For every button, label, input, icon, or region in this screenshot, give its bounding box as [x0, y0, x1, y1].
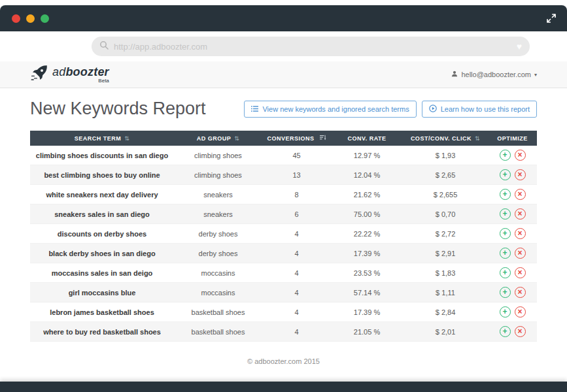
fullscreen-icon[interactable]	[546, 13, 557, 26]
main-content: New Keywords Report View new keywords an…	[0, 99, 567, 365]
user-icon	[451, 71, 458, 78]
cell-conv-rate: 75.00 %	[331, 204, 403, 224]
cell-search-term: sneakers sales in san diego	[30, 204, 174, 224]
close-window-button[interactable]	[12, 14, 20, 23]
cell-cost-conv-click: $ 2,84	[403, 302, 488, 322]
table-row: black derby shoes in san diegoderby shoe…	[30, 244, 537, 263]
table-row: discounts on derby shoesderby shoes422.2…	[30, 224, 537, 244]
col-cost-conv-click[interactable]: COST/CONV. CLICK⇅	[403, 131, 488, 146]
cell-cost-conv-click: $ 1,83	[403, 263, 488, 283]
adboozter-logo[interactable]: adboozter Beta	[30, 64, 109, 85]
sort-icon[interactable]: ⇅	[475, 135, 480, 142]
column-label: CONV. RATE	[347, 135, 386, 142]
table-row: best climbing shoes to buy onlineclimbin…	[30, 165, 537, 185]
cell-cost-conv-click: $ 1,11	[403, 283, 488, 302]
table-row: where to buy red basketball shoesbasketb…	[30, 322, 537, 342]
cell-search-term: black derby shoes in san diego	[30, 244, 174, 263]
cell-conv-rate: 23.53 %	[331, 263, 403, 283]
address-bar[interactable]: http://app.adboozter.com ♥	[92, 37, 530, 56]
cell-conversions: 4	[262, 244, 331, 263]
add-keyword-icon[interactable]: +	[500, 287, 511, 298]
view-new-keywords-label: View new keywords and ignored search ter…	[262, 105, 409, 113]
logo-suffix: boozter	[65, 65, 109, 78]
ignore-keyword-icon[interactable]: ×	[515, 169, 526, 180]
cell-conversions: 6	[262, 204, 331, 224]
cell-optimize: +×	[488, 165, 537, 185]
ignore-keyword-icon[interactable]: ×	[515, 150, 526, 161]
search-icon	[99, 41, 109, 52]
cell-optimize: +×	[488, 204, 537, 224]
ignore-keyword-icon[interactable]: ×	[515, 306, 526, 318]
cell-conv-rate: 17.39 %	[331, 302, 403, 322]
list-icon	[251, 105, 258, 113]
cell-conversions: 4	[262, 283, 331, 302]
add-keyword-icon[interactable]: +	[500, 267, 511, 278]
add-keyword-icon[interactable]: +	[500, 228, 511, 239]
cell-optimize: +×	[488, 302, 537, 322]
cell-ad-group: sneakers	[174, 204, 262, 224]
cell-conv-rate: 57.14 %	[331, 283, 403, 302]
add-keyword-icon[interactable]: +	[500, 169, 511, 180]
table-header-row: SEARCH TERM⇅ AD GROUP⇅ CONVERSIONS	[30, 131, 537, 146]
keywords-table: SEARCH TERM⇅ AD GROUP⇅ CONVERSIONS	[30, 131, 537, 342]
col-ad-group[interactable]: AD GROUP⇅	[174, 131, 262, 146]
logo-prefix: ad	[52, 65, 65, 78]
cell-ad-group: basketball shoes	[174, 302, 262, 322]
col-search-term[interactable]: SEARCH TERM⇅	[30, 131, 174, 146]
cell-cost-conv-click: $ 1,93	[403, 146, 488, 165]
add-keyword-icon[interactable]: +	[500, 189, 511, 200]
ignore-keyword-icon[interactable]: ×	[515, 228, 526, 239]
ignore-keyword-icon[interactable]: ×	[515, 248, 526, 259]
cell-search-term: lebron james basketball shoes	[30, 302, 174, 322]
heart-icon[interactable]: ♥	[517, 42, 522, 51]
cell-conv-rate: 22.22 %	[331, 224, 403, 244]
cell-optimize: +×	[488, 244, 537, 263]
cell-conversions: 8	[262, 185, 331, 204]
learn-report-button[interactable]: Learn how to use this report	[422, 101, 537, 118]
cell-optimize: +×	[488, 185, 537, 204]
cell-conv-rate: 17.39 %	[331, 244, 403, 263]
cell-cost-conv-click: $ 2,91	[403, 244, 488, 263]
sort-amount-icon[interactable]	[318, 135, 326, 142]
view-new-keywords-button[interactable]: View new keywords and ignored search ter…	[244, 101, 416, 118]
add-keyword-icon[interactable]: +	[500, 208, 511, 220]
add-keyword-icon[interactable]: +	[500, 306, 511, 318]
account-menu[interactable]: hello@adboozter.com ▾	[451, 71, 537, 78]
cell-search-term: discounts on derby shoes	[30, 224, 174, 244]
footer-copyright: © adboozter.com 2015	[30, 357, 537, 365]
add-keyword-icon[interactable]: +	[500, 326, 511, 337]
ignore-keyword-icon[interactable]: ×	[515, 267, 526, 278]
zoom-window-button[interactable]	[41, 14, 49, 23]
add-keyword-icon[interactable]: +	[500, 150, 511, 161]
url-text: http://app.adboozter.com	[114, 42, 207, 52]
cell-search-term: best climbing shoes to buy online	[30, 165, 174, 185]
cell-cost-conv-click: $ 2,65	[403, 165, 488, 185]
col-conversions[interactable]: CONVERSIONS	[262, 131, 331, 146]
add-keyword-icon[interactable]: +	[500, 248, 511, 259]
cell-conversions: 4	[262, 302, 331, 322]
cell-cost-conv-click: $ 0,70	[403, 204, 488, 224]
screenshot-stage: http://app.adboozter.com ♥ adbooz	[0, 0, 567, 392]
play-circle-icon	[429, 105, 437, 114]
ignore-keyword-icon[interactable]: ×	[515, 189, 526, 200]
table-row: white sneakers next day deliverysneakers…	[30, 185, 537, 204]
cell-search-term: girl moccasins blue	[30, 283, 174, 302]
account-email: hello@adboozter.com	[461, 71, 531, 78]
column-label: AD GROUP	[197, 135, 232, 142]
bottom-backdrop	[0, 382, 567, 392]
ignore-keyword-icon[interactable]: ×	[515, 326, 526, 337]
table-row: girl moccasins bluemoccasins457.14 %$ 1,…	[30, 283, 537, 302]
cell-ad-group: moccasins	[174, 283, 262, 302]
col-conv-rate: CONV. RATE	[331, 131, 403, 146]
minimize-window-button[interactable]	[26, 14, 35, 23]
sort-icon[interactable]: ⇅	[124, 135, 129, 142]
table-row: sneakers sales in san diegosneakers675.0…	[30, 204, 537, 224]
column-label: SEARCH TERM	[75, 135, 122, 142]
rocket-icon	[30, 64, 48, 85]
cell-ad-group: climbing shoes	[174, 165, 262, 185]
page-actions: View new keywords and ignored search ter…	[244, 101, 537, 118]
ignore-keyword-icon[interactable]: ×	[515, 287, 526, 298]
app-header: adboozter Beta hello@adboozter.com ▾	[0, 61, 567, 88]
ignore-keyword-icon[interactable]: ×	[515, 208, 526, 220]
sort-icon[interactable]: ⇅	[234, 135, 239, 142]
